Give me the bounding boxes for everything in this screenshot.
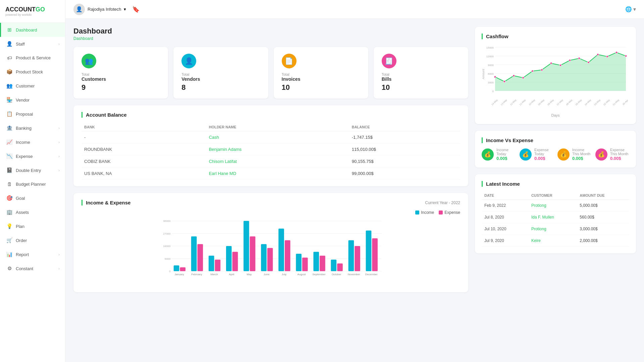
sidebar-item-report[interactable]: 📊 Report › [0, 247, 65, 261]
stat-name-invoices: Invoices [282, 76, 360, 82]
sidebar-item-income[interactable]: 📈 Income › [0, 135, 65, 149]
table-row: US BANK, NA Earl Hane MD 99,000.00$ [82, 168, 460, 180]
ie-header: Income & Expense Current Year - 2022 [82, 200, 460, 205]
sidebar-item-order[interactable]: 🛒 Order [0, 233, 65, 247]
sidebar-label-report: Report [16, 252, 55, 257]
stat-label-invoices: Total [282, 72, 360, 76]
sidebar-arrow-double-entry: › [58, 168, 60, 172]
sidebar-icon-report: 📊 [6, 251, 12, 257]
sidebar-item-constant[interactable]: ⚙ Constant › [0, 261, 65, 276]
svg-text:9000: 9000 [165, 257, 171, 260]
svg-text:August: August [298, 273, 306, 276]
sidebar-item-banking[interactable]: 🏦 Banking › [0, 121, 65, 135]
stat-card-vendors[interactable]: 👤 Total Vendors 8 [173, 47, 268, 99]
sidebar-label-income: Income [16, 140, 55, 145]
svg-text:October: October [332, 273, 341, 276]
sidebar-item-product-service[interactable]: 🏷 Product & Service [0, 51, 65, 65]
stat-card-bills[interactable]: 🧾 Total Bills 10 [374, 47, 468, 99]
li-customer: Ida F. Mullen [529, 212, 577, 223]
svg-text:18000: 18000 [163, 245, 171, 248]
svg-text:July: July [282, 273, 286, 276]
sidebar-item-dashboard[interactable]: ⊞ Dashboard [0, 23, 65, 37]
sidebar-item-proposal[interactable]: 📋 Proposal [0, 107, 65, 121]
ab-balance: 115,010.00$ [349, 143, 460, 156]
svg-rect-25 [261, 244, 267, 271]
sidebar-icon-expense: 📉 [6, 153, 12, 159]
sidebar-label-plan: Plan [16, 224, 60, 229]
sidebar-arrow-income: › [58, 140, 60, 144]
stat-name-bills: Bills [382, 76, 460, 82]
svg-rect-13 [191, 236, 197, 271]
svg-rect-35 [320, 256, 325, 271]
svg-text:01-May: 01-May [612, 99, 620, 106]
svg-text:13-May: 13-May [500, 99, 508, 106]
svg-rect-14 [197, 244, 203, 271]
topbar: 👤 Rajodiya Infotech ▾ 🔖 🌐 ▾ [65, 0, 644, 19]
sidebar-item-vendor[interactable]: 🏪 Vendor [0, 93, 65, 107]
svg-text:12-May: 12-May [509, 99, 517, 106]
li-col-header: AMOUNT DUE [577, 191, 629, 200]
ive-card-expense-month: 💰 Expense This Month 0.00$ [595, 148, 629, 161]
li-col-header: CUSTOMER [529, 191, 577, 200]
svg-text:December: December [365, 273, 378, 276]
list-item: Jul 10, 2020 Protiong 3,000.00$ [482, 223, 629, 235]
sidebar-item-staff[interactable]: 👤 Staff › [0, 37, 65, 51]
svg-text:05-May: 05-May [575, 99, 583, 106]
svg-rect-38 [337, 263, 343, 271]
ive-value-income-month: 0.00$ [572, 156, 591, 161]
li-customer: Protiong [529, 200, 577, 212]
sidebar-item-plan[interactable]: 💡 Plan [0, 219, 65, 233]
list-item: Jul 8, 2020 Ida F. Mullen 560.00$ [482, 212, 629, 223]
ab-holder: Chisom Latifat [206, 156, 349, 168]
ive-value-expense-month: 0.00$ [610, 156, 629, 161]
ive-label-income-today: Income Today [496, 148, 516, 156]
content-area: Dashboard Dashboard 👥 Total Customers 9 … [65, 19, 644, 362]
income-expense-section: Income & Expense Current Year - 2022 Inc… [73, 193, 468, 292]
svg-text:November: November [348, 273, 360, 276]
topbar-user[interactable]: 👤 Rajodiya Infotech ▾ [73, 4, 126, 15]
ie-year: Current Year - 2022 [425, 200, 460, 205]
svg-point-65 [559, 64, 561, 66]
content-left: Dashboard Dashboard 👥 Total Customers 9 … [73, 27, 468, 354]
ab-col-header: HOLDER NAME [206, 123, 349, 131]
stat-label-bills: Total [382, 72, 460, 76]
svg-rect-32 [302, 258, 308, 271]
svg-text:June: June [264, 273, 270, 276]
cashflow-section: Cashflow 1500012000900060003000014-May13… [475, 27, 636, 124]
ab-holder: Benjamin Adams [206, 143, 349, 156]
sidebar-item-double-entry[interactable]: 📓 Double Entry › [0, 163, 65, 177]
svg-point-69 [597, 54, 599, 56]
svg-rect-44 [372, 238, 378, 271]
li-date: Jul 9, 2020 [482, 235, 529, 247]
sidebar-item-expense[interactable]: 📉 Expense › [0, 149, 65, 163]
ive-cards: 💰 Income Today 0.00$ 💰 Expense Today 0.0… [482, 148, 629, 161]
stat-icon-invoices: 📄 [282, 54, 297, 68]
sidebar-item-product-stock[interactable]: 📦 Product Stock [0, 65, 65, 79]
globe-icon[interactable]: 🌐 ▾ [625, 6, 636, 12]
sidebar-icon-customer: 👥 [6, 83, 12, 89]
cashflow-chart: 1500012000900060003000014-May13-May12-Ma… [482, 44, 629, 111]
sidebar-icon-double-entry: 📓 [6, 167, 12, 173]
svg-text:27000: 27000 [163, 232, 171, 235]
breadcrumb: Dashboard [73, 36, 468, 41]
sidebar-item-budget-planner[interactable]: 🗓 Budget Planner [0, 177, 65, 191]
sidebar-item-goal[interactable]: 🎯 Goal [0, 191, 65, 205]
bookmark-icon[interactable]: 🔖 [132, 6, 140, 13]
svg-rect-10 [174, 265, 179, 271]
sidebar-icon-staff: 👤 [6, 41, 12, 47]
avatar: 👤 [73, 4, 85, 15]
sidebar-arrow-constant: › [58, 266, 60, 270]
expense-label: Expense [444, 210, 460, 215]
cashflow-title: Cashflow [482, 34, 629, 39]
sidebar-label-double-entry: Double Entry [16, 168, 55, 173]
sidebar-arrow-banking: › [58, 126, 60, 130]
stat-card-invoices[interactable]: 📄 Total Invoices 10 [274, 47, 368, 99]
stat-card-customers[interactable]: 👥 Total Customers 9 [73, 47, 168, 99]
sidebar-icon-plan: 💡 [6, 223, 12, 229]
sidebar-item-customer[interactable]: 👥 Customer [0, 79, 65, 93]
svg-point-63 [541, 69, 543, 71]
svg-point-70 [606, 56, 608, 58]
ab-holder: Cash [206, 131, 349, 143]
table-row: - Cash -1,747.15$ [82, 131, 460, 143]
sidebar-item-assets[interactable]: 🏢 Assets [0, 205, 65, 219]
